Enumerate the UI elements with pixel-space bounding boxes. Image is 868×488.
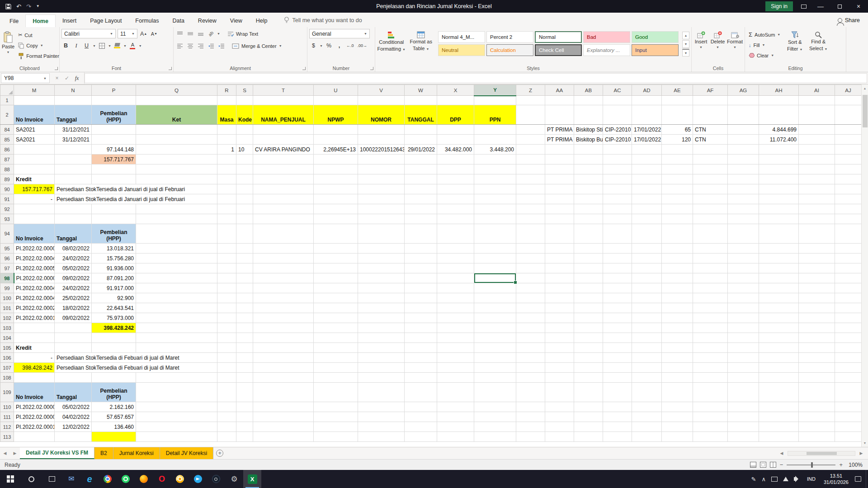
cell-AF91[interactable]	[693, 194, 728, 204]
cell-AC1[interactable]	[603, 96, 632, 105]
cell-AG85[interactable]	[728, 135, 759, 145]
cell-P86[interactable]: 97.144.148	[92, 145, 136, 155]
cell-AG94[interactable]	[728, 224, 759, 244]
cell-AI106[interactable]	[799, 353, 835, 363]
cell-Z92[interactable]	[516, 204, 545, 214]
row-header-109[interactable]: 109	[0, 383, 14, 402]
cell-Q84[interactable]	[136, 125, 217, 135]
cell-AB113[interactable]	[574, 432, 603, 442]
cell-AA84[interactable]: PT PRIMA	[545, 125, 574, 135]
row-header-108[interactable]: 108	[0, 373, 14, 383]
cell-Y113[interactable]	[474, 432, 516, 442]
cell-N107[interactable]: Persediaan StokTersedia di Febuari di ju…	[55, 363, 217, 373]
cell-AA111[interactable]	[545, 412, 574, 422]
cell-Y97[interactable]	[474, 263, 516, 273]
cell-AC113[interactable]	[603, 432, 632, 442]
cell-Y91[interactable]	[474, 194, 516, 204]
cell-X110[interactable]	[437, 402, 474, 412]
cell-N110[interactable]: 05/02/2022	[55, 402, 92, 412]
scroll-up-icon[interactable]: ▲	[863, 84, 867, 92]
cell-N113[interactable]	[55, 432, 92, 442]
cell-AF100[interactable]	[693, 293, 728, 303]
cell-AH100[interactable]	[759, 293, 799, 303]
cell-P94[interactable]: Pembelian(HPP)	[92, 224, 136, 244]
cell-N2[interactable]: Tanggal	[55, 105, 92, 125]
cell-Z96[interactable]	[516, 253, 545, 263]
decrease-decimal-button[interactable]: .00→	[356, 41, 368, 50]
cell-U88[interactable]	[314, 164, 358, 174]
cell-AH85[interactable]: 11.072.400	[759, 135, 799, 145]
cell-W84[interactable]	[405, 125, 437, 135]
row-header-90[interactable]: 90	[0, 184, 14, 194]
cell-P101[interactable]: 22.643.541	[92, 303, 136, 313]
cell-R87[interactable]	[217, 155, 236, 164]
cell-Z102[interactable]	[516, 313, 545, 323]
column-header-W[interactable]: W	[405, 85, 437, 96]
enter-icon[interactable]: ✓	[62, 75, 71, 81]
cell-AD108[interactable]	[632, 373, 662, 383]
cell-AA90[interactable]	[545, 184, 574, 194]
cell-X111[interactable]	[437, 412, 474, 422]
cell-AF113[interactable]	[693, 432, 728, 442]
cell-AE102[interactable]	[662, 313, 693, 323]
cell-T88[interactable]	[253, 164, 314, 174]
cell-Z86[interactable]	[516, 145, 545, 155]
cell-AA97[interactable]	[545, 263, 574, 273]
cell-AF86[interactable]	[693, 145, 728, 155]
cell-P113[interactable]	[92, 432, 136, 442]
cell-AC98[interactable]	[603, 273, 632, 283]
cell-AC93[interactable]	[603, 214, 632, 224]
cell-AE110[interactable]	[662, 402, 693, 412]
cell-V100[interactable]	[358, 293, 405, 303]
cell-AB86[interactable]	[574, 145, 603, 155]
cell-Z1[interactable]	[516, 96, 545, 105]
format-painter-button[interactable]: Format Painter	[16, 51, 61, 61]
cell-Y88[interactable]	[474, 164, 516, 174]
cell-AC100[interactable]	[603, 293, 632, 303]
cell-Q111[interactable]	[136, 412, 217, 422]
cell-N108[interactable]	[55, 373, 92, 383]
cancel-icon[interactable]: ×	[52, 75, 61, 81]
column-header-AG[interactable]: AG	[728, 85, 759, 96]
cell-V108[interactable]	[358, 373, 405, 383]
cell-X95[interactable]	[437, 244, 474, 253]
cell-AD84[interactable]: 17/01/2022	[632, 125, 662, 135]
cell-Y106[interactable]	[474, 353, 516, 363]
share-button[interactable]: Share	[838, 17, 860, 27]
cell-Z106[interactable]	[516, 353, 545, 363]
network-icon[interactable]	[783, 477, 788, 481]
cell-T87[interactable]	[253, 155, 314, 164]
cell-T2[interactable]: NAMA_PENJUAL	[253, 105, 314, 125]
cell-AC103[interactable]	[603, 323, 632, 333]
cell-S105[interactable]	[236, 343, 253, 353]
cell-AC107[interactable]	[603, 363, 632, 373]
cell-AI103[interactable]	[799, 323, 835, 333]
cell-AJ84[interactable]	[835, 125, 862, 135]
cell-AA89[interactable]	[545, 174, 574, 184]
cell-N104[interactable]	[55, 333, 92, 343]
cell-Q112[interactable]	[136, 422, 217, 432]
cell-Z84[interactable]	[516, 125, 545, 135]
cell-Q113[interactable]	[136, 432, 217, 442]
cell-AF107[interactable]	[693, 363, 728, 373]
cell-W1[interactable]	[405, 96, 437, 105]
row-header-101[interactable]: 101	[0, 303, 14, 313]
cell-AI87[interactable]	[799, 155, 835, 164]
column-header-N[interactable]: N	[55, 85, 92, 96]
search-button[interactable]	[21, 470, 42, 488]
cell-AG112[interactable]	[728, 422, 759, 432]
cell-AF112[interactable]	[693, 422, 728, 432]
cell-M101[interactable]: PI.2022.02.00023	[14, 303, 55, 313]
cell-X88[interactable]	[437, 164, 474, 174]
cell-Z98[interactable]	[516, 273, 545, 283]
cell-AI95[interactable]	[799, 244, 835, 253]
tray-expand-icon[interactable]: ∧	[761, 476, 766, 483]
cell-Q100[interactable]	[136, 293, 217, 303]
cell-R99[interactable]	[217, 283, 236, 293]
cell-AJ105[interactable]	[835, 343, 862, 353]
sheet-nav-right-icon[interactable]: ▶	[10, 447, 20, 459]
cell-AE113[interactable]	[662, 432, 693, 442]
cell-AC112[interactable]	[603, 422, 632, 432]
cell-Q86[interactable]	[136, 145, 217, 155]
cell-AH108[interactable]	[759, 373, 799, 383]
